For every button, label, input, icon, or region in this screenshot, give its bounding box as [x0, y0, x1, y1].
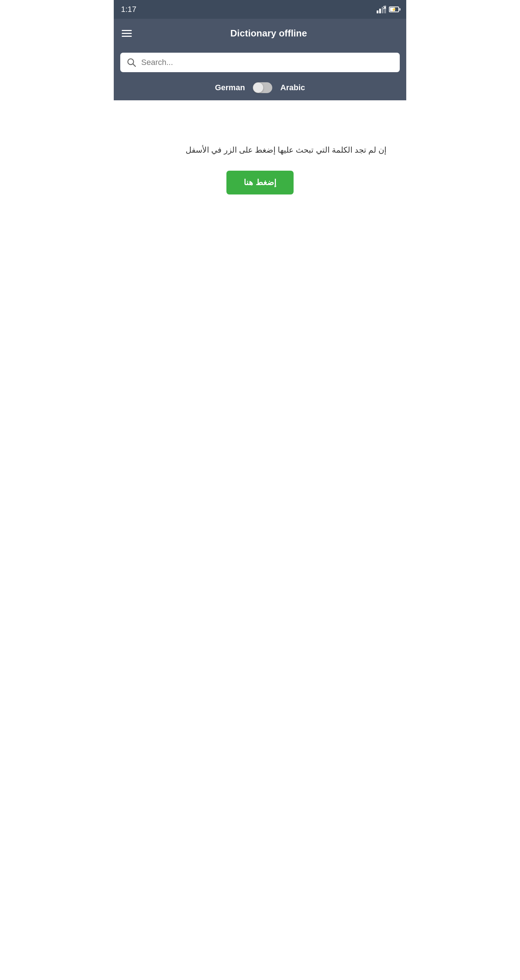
- svg-rect-2: [382, 7, 383, 13]
- search-container: [114, 48, 406, 77]
- signal-icon: [376, 5, 386, 13]
- hint-text: إن لم تجد الكلمة التي تبحث عليها إضغط عل…: [134, 143, 386, 156]
- app-header: Dictionary offline: [114, 19, 406, 48]
- language-toggle-switch[interactable]: [253, 82, 272, 93]
- svg-rect-1: [379, 9, 381, 13]
- language-toggle: German Arabic: [114, 77, 406, 100]
- battery-icon: ⚡: [389, 6, 399, 12]
- search-icon: [127, 58, 136, 67]
- svg-line-7: [133, 64, 136, 67]
- status-icons: ⚡: [376, 5, 399, 13]
- status-time: 1:17: [121, 5, 137, 14]
- language-label-arabic: Arabic: [280, 83, 305, 92]
- menu-icon[interactable]: [122, 30, 132, 37]
- main-content: إن لم تجد الكلمة التي تبحث عليها إضغط عل…: [114, 100, 406, 317]
- app-title: Dictionary offline: [139, 28, 398, 39]
- cta-button[interactable]: إضغط هنا: [227, 171, 293, 194]
- status-bar: 1:17 ⚡: [114, 0, 406, 19]
- language-label-german: German: [215, 83, 245, 92]
- search-input[interactable]: [141, 58, 393, 67]
- toggle-knob: [253, 83, 263, 93]
- search-box: [120, 52, 400, 72]
- svg-rect-0: [376, 11, 378, 13]
